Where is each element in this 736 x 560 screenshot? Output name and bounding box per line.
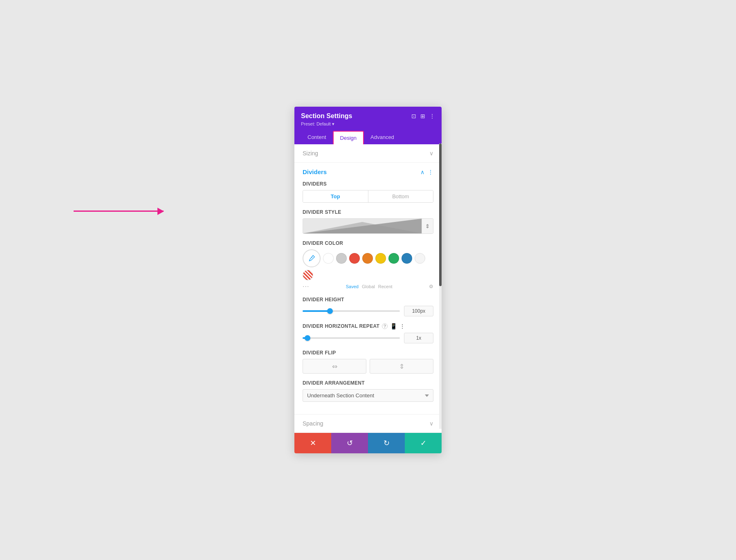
color-tabs: ··· Saved Global Recent ⚙: [303, 283, 433, 290]
top-button[interactable]: Top: [303, 190, 368, 202]
color-tab-saved[interactable]: Saved: [346, 284, 359, 289]
dividers-collapse-icon[interactable]: ∧: [420, 169, 424, 175]
screen-container: Section Settings ⊡ ⊞ ⋮ Preset: Default ▾…: [0, 0, 736, 560]
color-dots: ···: [303, 283, 309, 290]
divider-height-slider-row: [303, 306, 433, 316]
divider-height-track[interactable]: [303, 310, 400, 312]
panel-tabs: Content Design Advanced: [301, 131, 435, 144]
divider-height-label: Divider Height: [303, 297, 433, 302]
scrollbar-thumb[interactable]: [439, 143, 442, 286]
undo-button[interactable]: ↺: [331, 433, 368, 453]
color-gray[interactable]: [336, 253, 347, 264]
color-transparent[interactable]: [303, 270, 313, 280]
flip-horizontal-btn[interactable]: ⇔: [303, 359, 366, 374]
dividers-header-icons: ∧ ⋮: [420, 169, 433, 175]
more-options-icon[interactable]: ⋮: [429, 113, 435, 119]
redo-button[interactable]: ↻: [368, 433, 405, 453]
color-green[interactable]: [388, 253, 399, 264]
tab-design[interactable]: Design: [333, 131, 364, 144]
spacing-section[interactable]: Spacing ∨: [294, 414, 442, 433]
divider-style-select[interactable]: ⇕: [303, 218, 433, 234]
divider-height-group: Divider Height: [303, 297, 433, 316]
panel-header: Section Settings ⊡ ⊞ ⋮ Preset: Default ▾…: [294, 107, 442, 144]
flip-buttons: ⇔ ⇕: [303, 359, 433, 374]
color-red[interactable]: [349, 253, 360, 264]
sizing-label: Sizing: [303, 150, 318, 157]
color-eyedropper[interactable]: [303, 249, 321, 267]
spacing-chevron: ∨: [429, 420, 433, 427]
divider-style-arrow[interactable]: ⇕: [422, 219, 433, 233]
section-settings-panel: Section Settings ⊡ ⊞ ⋮ Preset: Default ▾…: [294, 107, 442, 453]
divider-color-label: Divider Color: [303, 240, 433, 246]
dividers-more-icon[interactable]: ⋮: [428, 169, 433, 175]
dividers-section: Dividers ∧ ⋮ Dividers Top Bottom: [294, 163, 442, 414]
bottom-button[interactable]: Bottom: [368, 190, 433, 202]
divider-repeat-label-row: Divider Horizontal Repeat ? 📱 ⋮: [303, 323, 433, 329]
divider-color-group: Divider Color: [303, 240, 433, 290]
dividers-title: Dividers: [303, 168, 327, 175]
repeat-device-icon[interactable]: 📱: [390, 323, 397, 329]
divider-height-thumb[interactable]: [327, 308, 333, 314]
divider-style-label: Divider Style: [303, 209, 433, 215]
color-white2[interactable]: [415, 253, 425, 264]
flip-vertical-btn[interactable]: ⇕: [370, 359, 433, 374]
divider-flip-group: Divider Flip ⇔ ⇕: [303, 350, 433, 374]
repeat-more-icon[interactable]: ⋮: [399, 323, 405, 329]
repeat-help-icon[interactable]: ?: [382, 323, 388, 329]
divider-repeat-thumb[interactable]: [305, 335, 310, 341]
panel-header-top: Section Settings ⊡ ⊞ ⋮: [301, 112, 435, 120]
divider-arrangement-label: Divider Arrangement: [303, 380, 433, 386]
divider-repeat-track[interactable]: [303, 337, 400, 339]
divider-arrangement-group: Divider Arrangement Underneath Section C…: [303, 380, 433, 402]
panel-body: Sizing ∨ Dividers ∧ ⋮ Dividers Top: [294, 144, 442, 433]
color-orange[interactable]: [362, 253, 373, 264]
dividers-header: Dividers ∧ ⋮: [303, 168, 433, 175]
divider-repeat-group: Divider Horizontal Repeat ? 📱 ⋮: [303, 323, 433, 343]
color-white1[interactable]: [323, 253, 334, 264]
divider-height-fill: [303, 310, 330, 312]
panel-preset[interactable]: Preset: Default ▾: [301, 121, 435, 127]
divider-height-input[interactable]: [404, 306, 433, 316]
color-yellow[interactable]: [375, 253, 386, 264]
dividers-toggle: Top Bottom: [303, 190, 433, 203]
color-settings-icon[interactable]: ⚙: [429, 284, 433, 289]
divider-arrangement-select[interactable]: Underneath Section Content: [303, 389, 433, 402]
save-button[interactable]: ✓: [405, 433, 442, 453]
responsive-icon[interactable]: ⊡: [411, 113, 416, 119]
divider-style-group: Divider Style ⇕: [303, 209, 433, 234]
divider-flip-label: Divider Flip: [303, 350, 433, 356]
scrollbar[interactable]: [439, 143, 442, 429]
panel-header-icons: ⊡ ⊞ ⋮: [411, 113, 435, 119]
spacing-label: Spacing: [303, 420, 323, 427]
cancel-button[interactable]: ✕: [294, 433, 331, 453]
dividers-field-label: Dividers: [303, 181, 433, 187]
divider-repeat-label: Divider Horizontal Repeat: [303, 323, 379, 329]
divider-repeat-input[interactable]: [404, 333, 433, 343]
color-tab-global[interactable]: Global: [362, 284, 375, 289]
divider-repeat-slider-row: [303, 333, 433, 343]
color-picker-row: [303, 249, 433, 280]
tab-advanced[interactable]: Advanced: [364, 131, 401, 144]
color-blue[interactable]: [402, 253, 412, 264]
panel-title: Section Settings: [301, 112, 352, 120]
dividers-field-group: Dividers Top Bottom: [303, 181, 433, 203]
divider-style-preview: [303, 219, 422, 233]
tab-content[interactable]: Content: [301, 131, 333, 144]
sizing-section[interactable]: Sizing ∨: [294, 144, 442, 163]
panel-footer: ✕ ↺ ↻ ✓: [294, 433, 442, 453]
color-tab-recent[interactable]: Recent: [378, 284, 393, 289]
grid-icon[interactable]: ⊞: [420, 113, 425, 119]
arrow-indicator: [74, 211, 164, 212]
sizing-chevron: ∨: [429, 150, 433, 157]
